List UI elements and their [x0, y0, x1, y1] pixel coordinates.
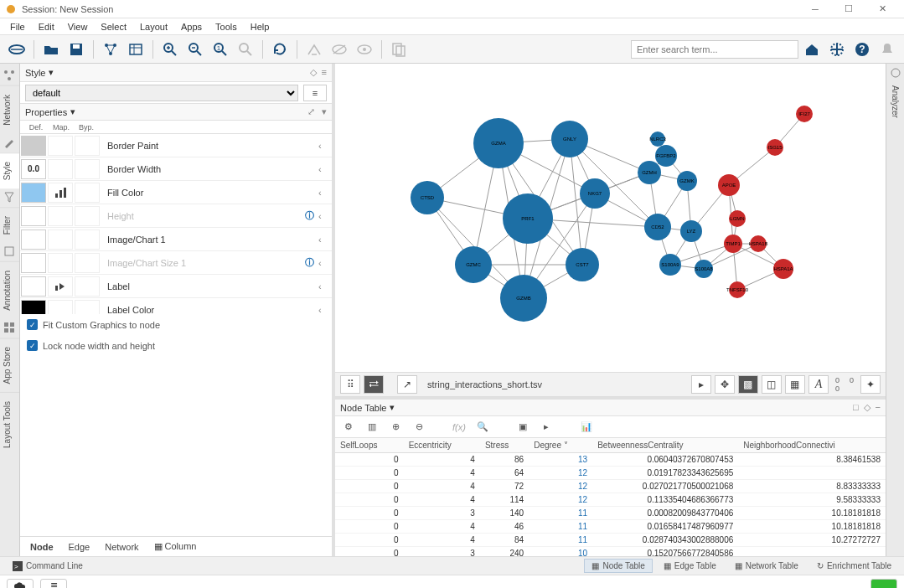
- bypass-cell[interactable]: [75, 183, 100, 203]
- filter-tab-icon[interactable]: [3, 191, 17, 204]
- mapping-cell[interactable]: [48, 300, 73, 315]
- bypass-cell[interactable]: [75, 230, 100, 250]
- zoom-out-button[interactable]: [183, 38, 207, 61]
- columns-icon[interactable]: ▥: [364, 419, 380, 436]
- default-swatch[interactable]: [21, 276, 46, 297]
- chevron-left-icon[interactable]: ‹: [318, 188, 332, 198]
- graph-node[interactable]: [655, 145, 677, 167]
- chevron-down-icon[interactable]: ▾: [390, 402, 395, 413]
- tab-annotation[interactable]: Annotation: [0, 261, 19, 319]
- graph-node[interactable]: [773, 259, 793, 279]
- menu-layout[interactable]: Layout: [133, 20, 174, 34]
- cloud-status-button[interactable]: [7, 579, 34, 589]
- default-swatch[interactable]: [21, 253, 46, 273]
- column-header[interactable]: NeighborhoodConnectivi: [738, 438, 886, 453]
- hide-selected-button[interactable]: [328, 38, 351, 61]
- show-all-button[interactable]: [353, 38, 376, 61]
- new-network-button[interactable]: [5, 38, 28, 61]
- detach-view-button[interactable]: ↗: [397, 375, 417, 394]
- function-icon[interactable]: f(x): [451, 419, 467, 436]
- graph-node[interactable]: [724, 235, 742, 253]
- bell-icon[interactable]: [876, 38, 899, 61]
- property-row[interactable]: Image/Chart Size 1ⓘ‹: [20, 251, 332, 275]
- bypass-cell[interactable]: [75, 136, 100, 156]
- network-canvas[interactable]: GZMAGNLYNLRC3FGFBP2GZMHGZMKNKG7CTSDPRF1C…: [335, 64, 886, 372]
- search-input[interactable]: [631, 40, 798, 59]
- table-row[interactable]: 04114120.113354046863667739.58333333: [335, 493, 886, 507]
- property-row[interactable]: Fill Color‹: [20, 181, 332, 204]
- zoom-selected-button[interactable]: [234, 38, 257, 61]
- graph-node[interactable]: [411, 181, 444, 214]
- bypass-cell[interactable]: [75, 206, 100, 226]
- menu-edit[interactable]: Edit: [32, 20, 61, 34]
- chevron-left-icon[interactable]: ‹: [318, 141, 332, 151]
- property-row[interactable]: Heightⓘ‹: [20, 204, 332, 228]
- close-icon[interactable]: −: [876, 402, 881, 413]
- mapping-cell[interactable]: [48, 183, 73, 203]
- command-line-button[interactable]: > Command Line: [5, 559, 90, 574]
- graph-node[interactable]: [551, 121, 588, 157]
- menu-view[interactable]: View: [61, 20, 95, 34]
- graph-node[interactable]: [718, 174, 740, 196]
- property-row[interactable]: Label‹: [20, 275, 332, 298]
- chevron-left-icon[interactable]: ‹: [318, 258, 332, 268]
- tab-network[interactable]: Network: [0, 85, 19, 134]
- bypass-cell[interactable]: [75, 300, 100, 315]
- bypass-cell[interactable]: [75, 159, 100, 179]
- property-row[interactable]: Border Paint‹: [20, 134, 332, 157]
- style-tab-icon[interactable]: [3, 137, 17, 150]
- menu-help[interactable]: Help: [244, 20, 276, 34]
- style-selector[interactable]: default: [25, 85, 298, 101]
- mapping-cell[interactable]: [48, 206, 73, 226]
- annotation-tab-icon[interactable]: [3, 245, 17, 259]
- zoom-fit-button[interactable]: 1: [209, 38, 232, 61]
- chevron-left-icon[interactable]: ‹: [318, 305, 332, 315]
- graph-node[interactable]: [750, 235, 767, 252]
- default-swatch[interactable]: [21, 230, 46, 250]
- graph-node[interactable]: [473, 118, 524, 168]
- menu-file[interactable]: File: [3, 20, 32, 34]
- info-icon[interactable]: ⓘ: [305, 209, 318, 222]
- graph-node[interactable]: [729, 281, 746, 298]
- graph-node[interactable]: [580, 178, 610, 209]
- chevron-down-icon[interactable]: ▾: [49, 67, 54, 78]
- tab-filter[interactable]: Filter: [0, 207, 19, 243]
- pin-icon[interactable]: ◇: [310, 67, 317, 78]
- search-icon[interactable]: 🔍: [474, 419, 491, 436]
- subtab-node[interactable]: Node: [23, 539, 60, 554]
- chevron-down-icon[interactable]: ▾: [70, 106, 75, 117]
- mapping-cell[interactable]: [48, 136, 73, 156]
- chevron-left-icon[interactable]: ‹: [318, 164, 332, 174]
- column-header[interactable]: Stress: [480, 438, 529, 453]
- list-status-button[interactable]: ≣: [40, 579, 67, 589]
- export-button[interactable]: ▸: [691, 375, 711, 394]
- network-table-tab[interactable]: ▦ Network Table: [727, 559, 806, 573]
- property-row[interactable]: Image/Chart 1‹: [20, 228, 332, 251]
- node-table-tab[interactable]: ▦ Node Table: [584, 559, 652, 573]
- bird-eye-button[interactable]: ▦: [785, 375, 805, 394]
- table-row[interactable]: 03140110.0008200984377040610.18181818: [335, 507, 886, 520]
- graph-node[interactable]: [677, 171, 697, 191]
- graph-node[interactable]: [500, 275, 547, 322]
- home-icon[interactable]: [800, 38, 824, 61]
- grid-view-button[interactable]: ⠿: [340, 375, 360, 394]
- subtab-column[interactable]: ▦Column: [147, 539, 204, 554]
- table-row[interactable]: 0484110.02874034300288800610.27272727: [335, 534, 886, 547]
- default-swatch[interactable]: [21, 136, 46, 156]
- info-icon[interactable]: ⓘ: [305, 256, 318, 269]
- graph-node[interactable]: [650, 132, 665, 147]
- property-row[interactable]: Label Color‹: [20, 298, 332, 314]
- network-tab-icon[interactable]: [3, 70, 17, 83]
- graph-node[interactable]: [503, 193, 553, 244]
- graph-node[interactable]: [729, 210, 746, 227]
- always-show-button[interactable]: ▩: [738, 375, 758, 394]
- first-neighbors-button[interactable]: [302, 38, 326, 61]
- default-swatch[interactable]: [21, 206, 46, 226]
- save-button[interactable]: [65, 38, 88, 61]
- globe-icon[interactable]: [825, 38, 849, 61]
- show-graphics-button[interactable]: ◫: [762, 375, 782, 394]
- text-button[interactable]: A: [808, 375, 829, 394]
- menu-tools[interactable]: Tools: [209, 20, 244, 34]
- annotation-button[interactable]: [387, 38, 411, 61]
- table-row[interactable]: 0464120.01917823343625695: [335, 467, 886, 480]
